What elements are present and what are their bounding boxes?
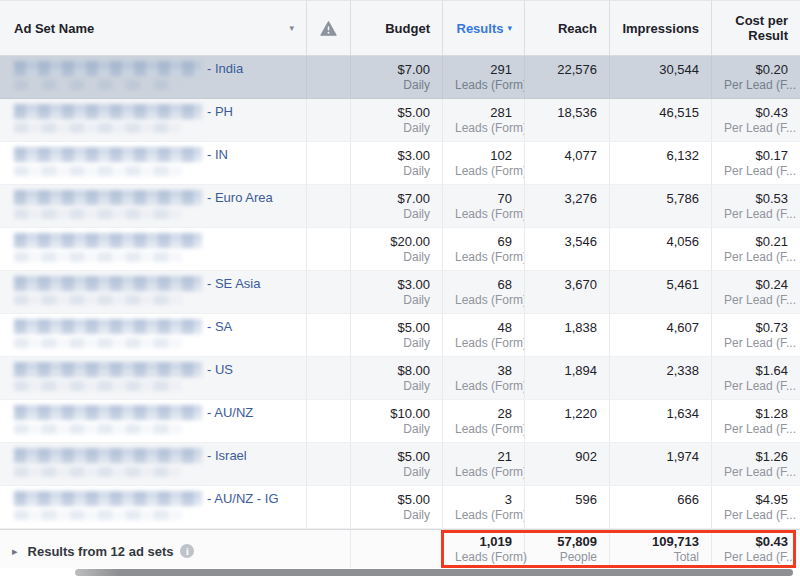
ad-set-name-cell: - AU/NZ xyxy=(0,400,307,442)
redacted-status-line xyxy=(14,381,182,391)
totals-reach-value: 57,809 xyxy=(537,534,597,550)
ad-set-name-cell: - India xyxy=(0,56,307,98)
redacted-status-line xyxy=(14,209,182,219)
table-row[interactable]: - IN $3.00 Daily 102 Leads (Form) 4,077 … xyxy=(0,142,800,185)
results-cell: 3 Leads (Form) xyxy=(443,486,525,528)
budget-type: Daily xyxy=(363,465,430,480)
ad-set-name-cell: - SA xyxy=(0,314,307,356)
totals-impressions-cell: 109,713 Total xyxy=(610,530,712,568)
reach-value: 3,546 xyxy=(537,234,597,250)
table-row[interactable]: - US $8.00 Daily 38 Leads (Form) 1,894 2… xyxy=(0,357,800,400)
reach-cell: 3,546 xyxy=(525,228,610,270)
reach-value: 18,536 xyxy=(537,105,597,121)
horizontal-scrollbar[interactable] xyxy=(75,569,793,576)
table-row[interactable]: - SA $5.00 Daily 48 Leads (Form) 1,838 4… xyxy=(0,314,800,357)
reach-value: 1,894 xyxy=(537,363,597,379)
cpr-type: Per Lead (F... xyxy=(724,465,788,480)
ad-set-name-suffix[interactable]: - AU/NZ - IG xyxy=(207,491,279,506)
impressions-cell: 4,056 xyxy=(610,228,712,270)
results-cell: 102 Leads (Form) xyxy=(443,142,525,184)
cpr-cell: $0.24 Per Lead (F... xyxy=(712,271,800,313)
table-row[interactable]: $20.00 Daily 69 Leads (Form) 3,546 4,056… xyxy=(0,228,800,271)
cpr-value: $4.95 xyxy=(724,492,788,508)
cpr-cell: $1.28 Per Lead (F... xyxy=(712,400,800,442)
budget-cell: $3.00 Daily xyxy=(351,142,443,184)
column-header-delivery-warning[interactable] xyxy=(307,1,351,55)
cpr-type: Per Lead (F... xyxy=(724,78,788,93)
table-header: Ad Set Name ▾ Budget Results ▾ Reach Imp… xyxy=(0,1,800,56)
results-type: Leads (Form) xyxy=(455,250,512,265)
budget-value: $5.00 xyxy=(363,320,430,336)
results-type: Leads (Form) xyxy=(455,465,512,480)
budget-type: Daily xyxy=(363,250,430,265)
chevron-down-icon[interactable]: ▾ xyxy=(289,24,294,33)
results-value: 281 xyxy=(455,105,512,121)
table-row[interactable]: - AU/NZ $10.00 Daily 28 Leads (Form) 1,2… xyxy=(0,400,800,443)
ad-set-name-suffix[interactable]: - IN xyxy=(207,147,228,162)
budget-type: Daily xyxy=(363,422,430,437)
table-row[interactable]: - India $7.00 Daily 291 Leads (Form) 22,… xyxy=(0,56,800,99)
budget-value: $3.00 xyxy=(363,277,430,293)
expand-caret-icon[interactable]: ▸ xyxy=(12,545,18,558)
delivery-warning-cell xyxy=(307,443,351,485)
redacted-status-line xyxy=(14,295,182,305)
reach-cell: 18,536 xyxy=(525,99,610,141)
delivery-warning-cell xyxy=(307,357,351,399)
totals-reach-label: People xyxy=(537,550,597,565)
impressions-value: 1,974 xyxy=(622,449,699,465)
results-type: Leads (Form) xyxy=(455,207,512,222)
column-header-ad-set-name[interactable]: Ad Set Name ▾ xyxy=(0,1,307,55)
ad-set-name-suffix[interactable]: - AU/NZ xyxy=(207,405,253,420)
impressions-value: 6,132 xyxy=(622,148,699,164)
ad-set-name-suffix[interactable]: - India xyxy=(207,61,243,76)
cpr-cell: $0.53 Per Lead (F... xyxy=(712,185,800,227)
cpr-cell: $0.43 Per Lead (F... xyxy=(712,99,800,141)
ad-set-name-suffix[interactable]: - SA xyxy=(207,319,232,334)
cpr-type: Per Lead (F... xyxy=(724,379,788,394)
impressions-value: 4,607 xyxy=(622,320,699,336)
reach-value: 3,276 xyxy=(537,191,597,207)
column-header-budget[interactable]: Budget xyxy=(351,1,443,55)
ad-set-name-suffix[interactable]: - SE Asia xyxy=(207,276,260,291)
reach-value: 22,576 xyxy=(537,62,597,78)
cpr-value: $0.21 xyxy=(724,234,788,250)
totals-row: ▸ Results from 12 ad sets i 1,019 Leads … xyxy=(0,529,800,569)
table-row[interactable]: - PH $5.00 Daily 281 Leads (Form) 18,536… xyxy=(0,99,800,142)
impressions-cell: 5,786 xyxy=(610,185,712,227)
budget-value: $5.00 xyxy=(363,492,430,508)
results-type: Leads (Form) xyxy=(455,336,512,351)
impressions-cell: 2,338 xyxy=(610,357,712,399)
budget-cell: $5.00 Daily xyxy=(351,99,443,141)
redacted-ad-set-name xyxy=(14,61,202,76)
ad-set-name-suffix[interactable]: - US xyxy=(207,362,233,377)
ad-set-name-label: Ad Set Name xyxy=(14,21,94,36)
ad-set-name-suffix[interactable]: - Israel xyxy=(207,448,247,463)
table-row[interactable]: - Euro Area $7.00 Daily 70 Leads (Form) … xyxy=(0,185,800,228)
results-type: Leads (Form) xyxy=(455,379,512,394)
ad-set-name-cell: - AU/NZ - IG xyxy=(0,486,307,528)
reach-cell: 1,894 xyxy=(525,357,610,399)
reach-value: 1,838 xyxy=(537,320,597,336)
cpr-value: $0.17 xyxy=(724,148,788,164)
column-header-results-sorted[interactable]: Results ▾ xyxy=(443,1,525,55)
redacted-ad-set-name xyxy=(14,448,202,463)
redacted-status-line xyxy=(14,338,182,348)
ad-set-name-suffix[interactable]: - PH xyxy=(207,104,233,119)
results-cell: 68 Leads (Form) xyxy=(443,271,525,313)
redacted-ad-set-name xyxy=(14,104,202,119)
column-header-impressions[interactable]: Impressions xyxy=(610,1,712,55)
column-header-cost-per-result[interactable]: Cost per Result xyxy=(712,1,800,55)
ad-set-name-cell: - SE Asia xyxy=(0,271,307,313)
ad-set-name-cell xyxy=(0,228,307,270)
column-header-reach[interactable]: Reach xyxy=(525,1,610,55)
table-row[interactable]: - AU/NZ - IG $5.00 Daily 3 Leads (Form) … xyxy=(0,486,800,529)
redacted-status-line xyxy=(14,80,182,90)
table-row[interactable]: - Israel $5.00 Daily 21 Leads (Form) 902… xyxy=(0,443,800,486)
table-row[interactable]: - SE Asia $3.00 Daily 68 Leads (Form) 3,… xyxy=(0,271,800,314)
warning-icon xyxy=(320,21,337,36)
ad-set-name-suffix[interactable]: - Euro Area xyxy=(207,190,273,205)
redacted-ad-set-name xyxy=(14,147,202,162)
budget-value: $7.00 xyxy=(363,191,430,207)
results-value: 48 xyxy=(455,320,512,336)
info-icon[interactable]: i xyxy=(180,544,194,558)
